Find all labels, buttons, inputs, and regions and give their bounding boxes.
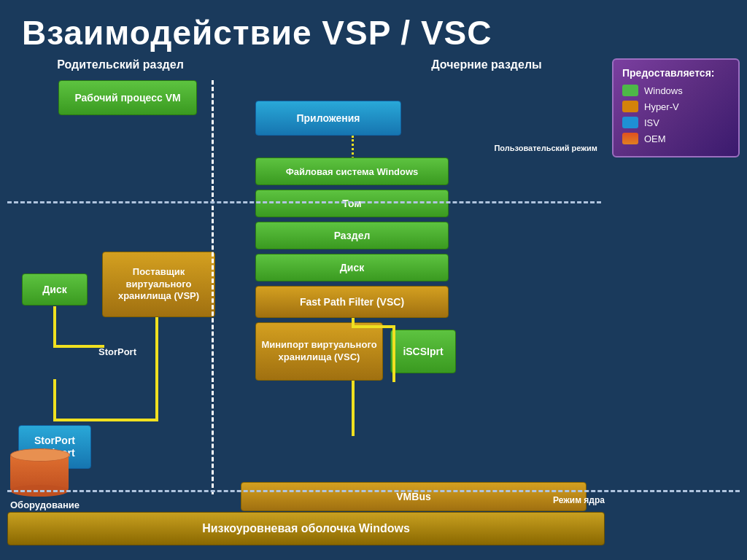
legend-label-isv: ISV [644,117,659,128]
disk-right-box: Диск [255,254,449,281]
legend-item-hyperv: Hyper-V [622,101,729,112]
hardware-cylinder [10,454,69,491]
storport-label: StorPort [98,346,136,357]
legend-label-windows: Windows [644,85,683,96]
legend-color-oem [622,133,638,144]
hypervisor-label: Низкоуровневая оболочка Windows [202,522,410,535]
hardware-area: Оборудование [10,454,80,510]
tom-box: Том [255,190,449,217]
column-divider [212,80,214,494]
hypervisor-bar: Низкоуровневая оболочка Windows [7,512,605,545]
legend-color-hyperv [622,101,638,112]
hardware-label: Оборудование [10,499,80,510]
legend-item-windows: Windows [622,85,729,96]
yr-v3 [352,381,355,436]
legend-color-isv [622,117,638,128]
legend-label-hyperv: Hyper-V [644,101,679,112]
left-header: Родительский раздел [15,58,226,71]
applications-box: Приложения [255,101,401,136]
yellow-h-bottom [53,419,158,421]
yr-h1 [352,325,395,328]
user-mode-label: Пользовательский режим [494,143,597,153]
vmbus-box: VMBus [241,482,587,511]
main-title: Взаимодействие VSP / VSC [0,0,747,58]
user-mode-divider [7,201,601,203]
iscsi-box: iSCSIprt [390,330,456,373]
legend-title: Предоставляется: [622,67,729,79]
yellow-left-v-bottom [53,379,56,421]
legend-item-oem: OEM [622,133,729,144]
yellow-connector-h1 [53,345,104,348]
fast-path-box: Fast Path Filter (VSC) [255,286,449,318]
fs-windows-box: Файловая система Windows [255,158,449,185]
kernel-mode-divider [7,490,740,492]
vsp-box: Поставщик виртуального хранилища (VSP) [102,252,215,317]
yr-v2 [392,325,395,382]
legend-label-oem: OEM [644,133,666,144]
legend-color-windows [622,85,638,96]
kernel-mode-label: Режим ядра [553,495,605,505]
yellow-connector-v1 [53,306,56,346]
legend-item-isv: ISV [622,117,729,128]
vsc-box: Минипорт виртуального хранилища (VSC) [255,322,383,381]
legend-box: Предоставляется: Windows Hyper-V ISV OEM [612,58,740,158]
yellow-vsp-bottom [155,317,158,421]
disk-left-box: Диск [22,273,88,306]
vm-worker-box: Рабочий процесс VM [58,80,197,115]
razdel-box: Раздел [255,222,449,249]
